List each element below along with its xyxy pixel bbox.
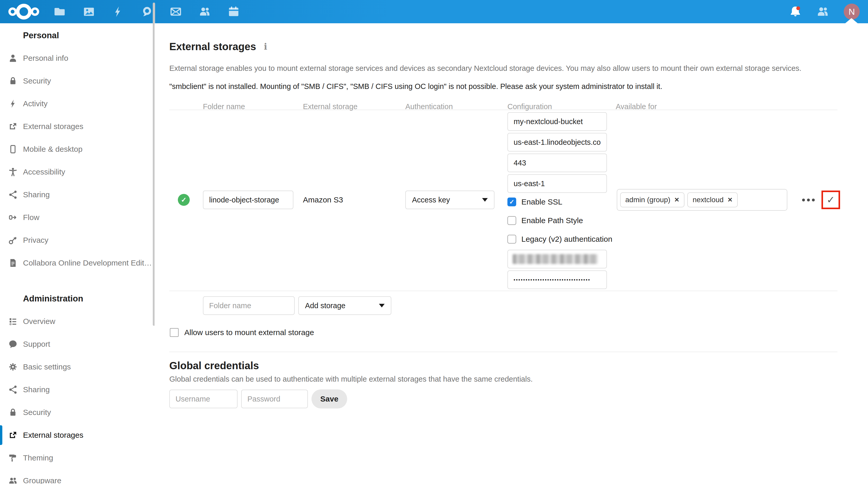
app-calendar-button[interactable] [227,5,240,18]
sidebar-item-security[interactable]: Security [0,69,155,92]
sidebar-item-sharing[interactable]: Sharing [0,183,155,206]
sidebar-item-activity[interactable]: Activity [0,92,155,115]
app-contacts-button[interactable] [198,5,211,18]
available-for-chip: nextcloud✕ [687,192,738,207]
sidebar-item-label: External storages [23,122,83,131]
chip-remove-icon[interactable]: ✕ [727,196,733,204]
allow-users-checkbox-row[interactable]: Allow users to mount external storage [170,328,837,337]
access-key-input-redacted[interactable] [507,250,607,268]
app-activity-button[interactable] [112,5,124,18]
storage-status-ok-icon: ✓ [178,194,190,206]
checkbox-row-enable-path-style[interactable]: Enable Path Style [507,216,607,225]
share-icon [8,385,18,394]
app-talk-button[interactable] [141,5,153,18]
nextcloud-logo[interactable] [7,0,40,23]
notifications-bell-icon[interactable] [789,5,802,18]
checkbox[interactable] [507,235,516,244]
sidebar-item-label: Personal info [23,54,68,63]
sidebar-item-basic-settings[interactable]: Basic settings [0,356,155,378]
info-icon[interactable]: i [264,40,267,53]
password-field[interactable] [241,390,308,408]
chevron-down-icon [482,198,488,202]
sidebar-item-label: Basic settings [23,362,71,371]
sidebar-item-external-storages[interactable]: External storages [0,115,155,138]
chip-remove-icon[interactable]: ✕ [674,196,679,204]
allow-users-label: Allow users to mount external storage [184,328,314,337]
avatar-caret [845,18,858,23]
sidebar-item-groupware[interactable]: Groupware [0,469,155,484]
checkbox-label: Legacy (v2) authentication [521,235,612,244]
app-files-button[interactable] [54,5,66,18]
config-input-3[interactable] [507,174,607,193]
chat-icon [8,339,18,349]
sidebar-item-label: External storages [23,431,83,440]
sidebar-item-label: Sharing [23,190,50,199]
people-icon [199,6,211,18]
sidebar-item-theming[interactable]: Theming [0,447,155,469]
talk-icon [141,6,153,18]
folder-name-input[interactable] [203,190,293,209]
config-input-2[interactable] [507,154,607,172]
header-authentication: Authentication [405,102,507,107]
sidebar-item-label: Activity [23,99,48,108]
sidebar-item-sharing[interactable]: Sharing [0,378,155,401]
checkbox-label: Enable Path Style [521,216,583,225]
sidebar-item-collabora-online-development-edit[interactable]: Collabora Online Development Edit… [0,251,155,274]
checkbox[interactable] [507,216,516,225]
sidebar-item-overview[interactable]: Overview [0,310,155,333]
sidebar-item-label: Mobile & desktop [23,145,83,154]
access-icon [8,167,18,177]
config-input-1[interactable] [507,133,607,152]
config-input-0[interactable] [507,112,607,131]
storage-table-header: Folder name External storage Authenticat… [169,102,837,110]
contacts-menu-icon[interactable] [816,5,829,18]
sidebar-item-privacy[interactable]: Privacy [0,229,155,251]
nextcloud-logo-icon [7,0,40,23]
sidebar-item-external-storages[interactable]: External storages [0,424,155,447]
share-icon [8,190,18,199]
external-icon [8,122,18,131]
app-mail-button[interactable] [169,5,182,18]
chip-label: nextcloud [692,196,723,204]
sidebar-section-personal: Personal [23,30,155,40]
lock-icon [8,76,18,86]
sidebar-item-accessibility[interactable]: Accessibility [0,160,155,183]
username-field[interactable] [169,390,238,408]
app-menu [54,5,240,18]
save-button[interactable]: Save [311,389,347,409]
sidebar-item-mobile-desktop[interactable]: Mobile & desktop [0,138,155,160]
secret-key-input[interactable] [507,270,607,289]
row-options-menu[interactable] [802,196,815,204]
authentication-value: Access key [412,196,450,204]
app-photos-button[interactable] [83,5,95,18]
sidebar-item-label: Theming [23,453,53,462]
checkbox-row-legacy-v2-authentication[interactable]: Legacy (v2) authentication [507,235,607,244]
checkbox[interactable]: ✓ [507,198,516,206]
sidebar-item-flow[interactable]: Flow [0,206,155,229]
storage-row: ✓ Amazon S3 Access key ✓Enable SSLEnable… [169,110,837,291]
sidebar-item-label: Privacy [23,236,48,245]
calendar-icon [228,6,240,18]
add-storage-value: Add storage [305,301,345,310]
new-folder-name-input[interactable] [203,296,295,315]
settings-sidebar: PersonalPersonal infoSecurityActivityExt… [0,23,155,484]
add-storage-select[interactable]: Add storage [298,296,391,315]
header-configuration: Configuration [507,102,616,107]
sidebar-item-personal-info[interactable]: Personal info [0,47,155,69]
authentication-select[interactable]: Access key [405,190,495,209]
user-avatar[interactable]: N [844,4,860,20]
sidebar-item-label: Groupware [23,476,61,484]
page-title-text: External storages [169,40,256,53]
available-for-input[interactable]: admin (group)✕nextcloud✕ [617,189,787,211]
flow-icon [8,213,18,222]
checkbox-row-enable-ssl[interactable]: ✓Enable SSL [507,198,607,206]
sidebar-item-label: Flow [23,213,39,222]
sidebar-item-security[interactable]: Security [0,401,155,424]
gear-icon [8,362,18,371]
folder-icon [54,6,66,18]
sidebar-item-support[interactable]: Support [0,333,155,356]
sidebar-item-label: Accessibility [23,168,65,176]
top-bar: N [0,0,868,23]
allow-users-checkbox[interactable] [170,328,179,337]
save-storage-button[interactable]: ✓ [822,190,840,209]
